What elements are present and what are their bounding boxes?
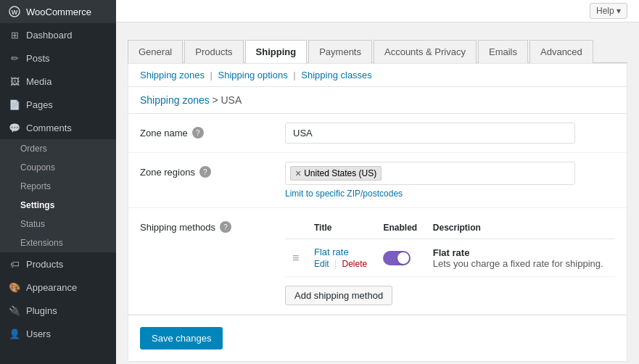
shipping-methods-label: Shipping methods ? bbox=[140, 217, 285, 233]
method-actions: Edit | Delete bbox=[314, 259, 368, 269]
sidebar-item-label: Appearance bbox=[26, 282, 77, 293]
col-description: Description bbox=[426, 217, 615, 239]
method-description-title: Flat rate bbox=[433, 247, 470, 258]
woocommerce-icon: W bbox=[9, 6, 20, 17]
shipping-methods-help-icon[interactable]: ? bbox=[220, 221, 231, 233]
method-delete-link[interactable]: Delete bbox=[342, 259, 367, 269]
sidebar: W WooCommerce ⊞ Dashboard ✏ Posts 🖼 Medi… bbox=[0, 0, 116, 364]
zone-regions-field[interactable]: × United States (US) bbox=[285, 162, 575, 185]
sidebar-item-users[interactable]: 👤 Users bbox=[0, 322, 116, 345]
drag-handle-icon[interactable]: ≡ bbox=[292, 252, 299, 264]
method-description-text: Lets you charge a fixed rate for shippin… bbox=[433, 258, 603, 269]
help-button[interactable]: Help ▾ bbox=[590, 3, 627, 19]
sidebar-sub-reports[interactable]: Reports bbox=[0, 177, 116, 196]
sidebar-item-woocommerce[interactable]: W WooCommerce bbox=[0, 0, 116, 23]
posts-icon: ✏ bbox=[9, 52, 20, 64]
products-icon: 🏷 bbox=[9, 258, 20, 270]
sidebar-item-posts[interactable]: ✏ Posts bbox=[0, 46, 116, 70]
footer-actions: Save changes bbox=[128, 315, 627, 361]
sidebar-item-label: Products bbox=[26, 259, 63, 270]
sidebar-item-pages[interactable]: 📄 Pages bbox=[0, 93, 116, 116]
subnav-classes[interactable]: Shipping classes bbox=[301, 70, 372, 80]
sidebar-sub-extensions[interactable]: Extensions bbox=[0, 233, 116, 252]
sidebar-item-label: Users bbox=[26, 328, 51, 339]
sidebar-item-plugins[interactable]: 🔌 Plugins bbox=[0, 299, 116, 322]
tab-advanced[interactable]: Advanced bbox=[529, 40, 593, 63]
zone-name-label: Zone name ? bbox=[140, 123, 285, 138]
col-title: Title bbox=[307, 217, 376, 239]
pages-icon: 📄 bbox=[9, 99, 20, 110]
sidebar-item-label: WooCommerce bbox=[26, 7, 91, 17]
zone-name-input[interactable] bbox=[285, 123, 575, 144]
action-separator: | bbox=[334, 259, 339, 269]
limit-link-wrap: Limit to specific ZIP/postcodes bbox=[285, 188, 615, 199]
save-changes-button[interactable]: Save changes bbox=[140, 327, 223, 349]
table-row: ≡ Flat rate Edit | Delete bbox=[285, 239, 615, 277]
tab-emails[interactable]: Emails bbox=[478, 40, 528, 63]
sidebar-sub-status[interactable]: Status bbox=[0, 215, 116, 233]
sidebar-item-dashboard[interactable]: ⊞ Dashboard bbox=[0, 23, 116, 46]
method-enabled-cell bbox=[376, 239, 425, 277]
zone-regions-label: Zone regions ? bbox=[140, 162, 285, 178]
sidebar-item-label: Media bbox=[26, 76, 51, 87]
zone-regions-row: Zone regions ? × United States (US) Limi… bbox=[128, 153, 627, 208]
region-tag-remove[interactable]: × bbox=[295, 168, 301, 178]
method-toggle[interactable] bbox=[383, 251, 411, 265]
sidebar-item-products[interactable]: 🏷 Products bbox=[0, 252, 116, 276]
subnav-options[interactable]: Shipping options bbox=[218, 70, 288, 80]
add-shipping-method-button[interactable]: Add shipping method bbox=[285, 286, 392, 305]
method-name-flat-rate[interactable]: Flat rate bbox=[314, 247, 368, 257]
tab-shipping[interactable]: Shipping bbox=[245, 40, 308, 63]
tab-accounts[interactable]: Accounts & Privacy bbox=[374, 40, 477, 63]
sidebar-sub-coupons[interactable]: Coupons bbox=[0, 158, 116, 177]
shipping-methods-wrap: Title Enabled Description ≡ bbox=[285, 217, 615, 305]
sidebar-sub-orders[interactable]: Orders bbox=[0, 139, 116, 158]
method-title-cell: Flat rate Edit | Delete bbox=[307, 239, 376, 277]
zone-regions-help-icon[interactable]: ? bbox=[199, 166, 211, 178]
tab-general[interactable]: General bbox=[128, 40, 183, 63]
sub-navigation: Shipping zones | Shipping options | Ship… bbox=[128, 64, 627, 87]
region-tag-us: × United States (US) bbox=[290, 166, 382, 181]
region-tag-label: United States (US) bbox=[304, 168, 376, 178]
sidebar-item-label: Posts bbox=[26, 53, 50, 64]
subnav-zones[interactable]: Shipping zones bbox=[140, 70, 205, 80]
breadcrumb-separator: > bbox=[212, 94, 220, 106]
sidebar-item-label: Comments bbox=[26, 123, 72, 133]
sidebar-item-label: Pages bbox=[26, 99, 53, 110]
breadcrumb-current: USA bbox=[220, 94, 242, 106]
tab-payments[interactable]: Payments bbox=[308, 40, 372, 63]
zone-name-input-wrap bbox=[285, 123, 615, 144]
topbar: Help ▾ bbox=[116, 0, 639, 22]
sidebar-sub-settings[interactable]: Settings bbox=[0, 196, 116, 215]
sidebar-item-media[interactable]: 🖼 Media bbox=[0, 70, 116, 93]
sidebar-item-label: Plugins bbox=[26, 305, 57, 316]
zone-name-help-icon[interactable]: ? bbox=[192, 127, 204, 138]
settings-panel: Shipping zones | Shipping options | Ship… bbox=[128, 63, 627, 362]
breadcrumb: Shipping zones > USA bbox=[128, 87, 627, 114]
method-description: Flat rate Lets you charge a fixed rate f… bbox=[433, 247, 608, 269]
limit-zip-link[interactable]: Limit to specific ZIP/postcodes bbox=[285, 189, 403, 199]
content-area: General Products Shipping Payments Accou… bbox=[116, 22, 639, 364]
sidebar-item-label: Dashboard bbox=[26, 30, 73, 41]
sidebar-item-appearance[interactable]: 🎨 Appearance bbox=[0, 276, 116, 299]
sidebar-item-comments[interactable]: 💬 Comments bbox=[0, 116, 116, 139]
appearance-icon: 🎨 bbox=[9, 281, 20, 293]
method-description-cell: Flat rate Lets you charge a fixed rate f… bbox=[426, 239, 615, 277]
toggle-knob bbox=[397, 252, 409, 264]
zone-name-row: Zone name ? bbox=[128, 114, 627, 153]
users-icon: 👤 bbox=[9, 328, 20, 339]
method-edit-link[interactable]: Edit bbox=[314, 259, 329, 269]
tabs-container: General Products Shipping Payments Accou… bbox=[128, 34, 627, 63]
tab-products[interactable]: Products bbox=[184, 40, 243, 63]
methods-table: Title Enabled Description ≡ bbox=[285, 217, 615, 277]
main-content: Help ▾ General Products Shipping Payment… bbox=[116, 0, 639, 364]
plugins-icon: 🔌 bbox=[9, 305, 20, 316]
separator-1: | bbox=[210, 70, 215, 80]
media-icon: 🖼 bbox=[9, 75, 20, 87]
breadcrumb-parent[interactable]: Shipping zones bbox=[140, 94, 210, 106]
svg-text:W: W bbox=[12, 9, 18, 16]
dashboard-icon: ⊞ bbox=[9, 29, 20, 41]
col-drag bbox=[285, 217, 307, 239]
drag-handle-cell: ≡ bbox=[285, 239, 307, 277]
shipping-methods-row: Shipping methods ? Title Enabled Descrip… bbox=[128, 208, 627, 315]
